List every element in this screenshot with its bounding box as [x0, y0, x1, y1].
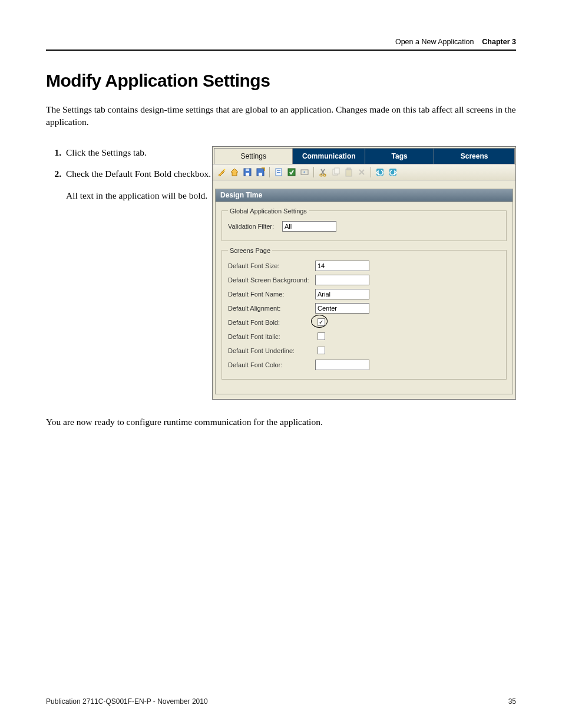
default-font-name-input[interactable] — [315, 289, 369, 299]
report-icon[interactable] — [273, 167, 284, 177]
publication-label: Publication 2711C-QS001F-EN-P - November… — [46, 697, 208, 706]
default-font-underline-label: Default Font Underline: — [228, 347, 315, 354]
tab-screens[interactable]: Screens — [434, 148, 515, 164]
global-app-settings-legend: Global Application Settings — [228, 207, 309, 215]
svg-point-0 — [224, 169, 226, 170]
svg-rect-15 — [346, 169, 352, 176]
default-screen-background-label: Default Screen Background: — [228, 276, 315, 284]
default-font-bold-label: Default Font Bold: — [228, 319, 315, 326]
save-as-icon[interactable] — [255, 167, 266, 177]
default-font-bold-checkbox[interactable] — [318, 318, 325, 326]
svg-rect-3 — [246, 169, 249, 171]
breadcrumb: Open a New Application — [395, 38, 474, 46]
svg-rect-8 — [277, 172, 280, 173]
generate-icon[interactable] — [299, 167, 310, 177]
cut-icon[interactable] — [318, 167, 328, 177]
svg-rect-2 — [246, 173, 249, 176]
toolbar-separator-3 — [371, 167, 371, 177]
screens-page-legend: Screens Page — [228, 247, 272, 254]
default-font-italic-checkbox[interactable] — [318, 332, 325, 340]
page-header: Open a New Application Chapter 3 — [46, 38, 516, 50]
copy-icon[interactable] — [330, 167, 341, 177]
toolbar-separator-2 — [313, 167, 314, 177]
app-screenshot: Settings Communication Tags Screens — [212, 146, 516, 400]
outro-paragraph: You are now ready to configure runtime c… — [46, 416, 516, 429]
validation-filter-input[interactable] — [282, 221, 336, 232]
step-2: 2. Check the Default Font Bold checkbox.… — [46, 167, 212, 202]
default-font-underline-checkbox[interactable] — [318, 347, 325, 354]
save-icon[interactable] — [242, 167, 253, 177]
design-time-panel: Design Time Global Application Settings … — [215, 189, 513, 394]
tab-bar: Settings Communication Tags Screens — [213, 147, 515, 164]
chapter-label: Chapter 3 — [482, 38, 516, 46]
default-alignment-label: Default Alignment: — [228, 305, 315, 312]
toolbar — [213, 164, 515, 180]
home-icon[interactable] — [229, 167, 240, 177]
page-number: 35 — [508, 697, 516, 706]
redo-icon[interactable] — [388, 167, 398, 177]
step-1-number: 1. — [46, 146, 66, 159]
default-font-size-input[interactable] — [315, 261, 369, 271]
default-font-color-swatch[interactable] — [315, 360, 369, 370]
step-2-text: Check the Default Font Bold checkbox. Al… — [66, 167, 211, 202]
svg-rect-16 — [347, 168, 351, 170]
intro-paragraph: The Settings tab contains design-time se… — [46, 104, 516, 129]
default-font-color-label: Default Font Color: — [228, 361, 315, 368]
wizard-icon[interactable] — [216, 167, 227, 177]
validate-icon[interactable] — [286, 167, 297, 177]
default-font-italic-label: Default Font Italic: — [228, 333, 315, 340]
default-screen-background-swatch[interactable] — [315, 275, 369, 285]
default-alignment-input[interactable] — [315, 303, 369, 314]
svg-rect-5 — [259, 173, 262, 176]
svg-rect-14 — [335, 168, 339, 174]
header-rule — [46, 50, 516, 51]
delete-icon[interactable] — [356, 167, 367, 177]
toolbar-separator-1 — [269, 167, 270, 177]
default-font-size-label: Default Font Size: — [228, 262, 315, 269]
svg-rect-7 — [277, 170, 280, 171]
tab-communication[interactable]: Communication — [292, 148, 365, 164]
default-font-name-label: Default Font Name: — [228, 291, 315, 298]
step-2-number: 2. — [46, 167, 66, 202]
tab-tags[interactable]: Tags — [365, 148, 434, 164]
panel-title: Design Time — [216, 189, 513, 202]
screens-page-group: Screens Page Default Font Size: Default … — [222, 247, 507, 380]
tab-settings[interactable]: Settings — [214, 148, 293, 164]
page-footer: Publication 2711C-QS001F-EN-P - November… — [46, 697, 516, 706]
step-1: 1. Click the Settings tab. — [46, 146, 212, 159]
step-2-sub: All text in the application will be bold… — [66, 189, 211, 202]
undo-icon[interactable] — [375, 167, 385, 177]
steps-column: 1. Click the Settings tab. 2. Check the … — [46, 146, 212, 210]
section-title: Modify Application Settings — [46, 71, 516, 91]
paste-icon[interactable] — [343, 167, 354, 177]
validation-filter-label: Validation Filter: — [228, 223, 282, 230]
step-1-text: Click the Settings tab. — [66, 146, 147, 159]
global-app-settings-group: Global Application Settings Validation F… — [222, 207, 507, 241]
